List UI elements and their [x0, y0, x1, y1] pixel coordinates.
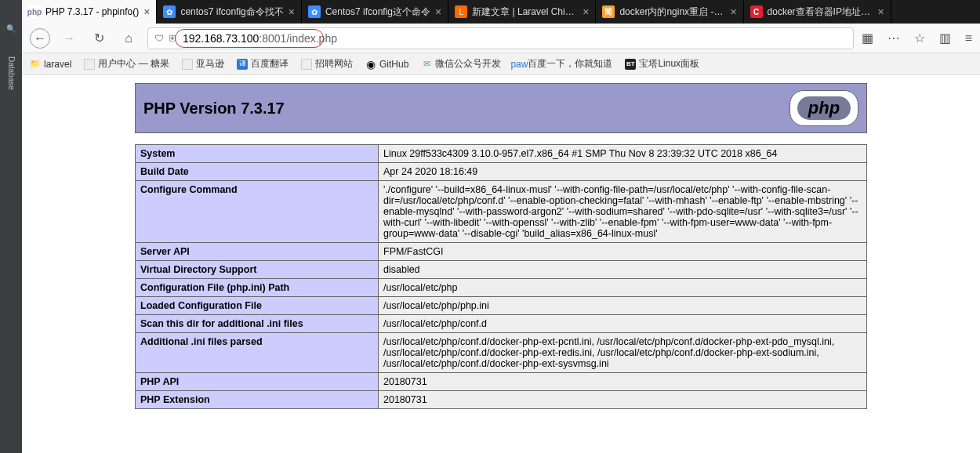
insecure-icon[interactable]: ⛨: [169, 33, 178, 44]
tab-title: 新建文章 | Laravel China社: [472, 5, 578, 19]
table-row: Configuration File (php.ini) Path/usr/lo…: [136, 279, 867, 297]
bookmark-label: GitHub: [379, 59, 408, 70]
close-icon[interactable]: ×: [583, 5, 589, 18]
qr-icon[interactable]: ▦: [862, 31, 873, 45]
table-row: SystemLinux 29ff533c4309 3.10.0-957.el7.…: [136, 145, 867, 163]
table-row: PHP API20180731: [136, 373, 867, 391]
url-input[interactable]: 🛡 ⛨ 192.168.73.100:8001/index.php: [147, 27, 854, 49]
bookmark-bt[interactable]: BT宝塔Linux面板: [625, 57, 699, 71]
bookmark-label: 宝塔Linux面板: [639, 57, 699, 71]
star-icon[interactable]: ☆: [914, 31, 925, 45]
php-key: Additional .ini files parsed: [136, 333, 379, 373]
tab-jianshu[interactable]: 简 docker内的nginx重启 - 简 ×: [596, 0, 743, 24]
close-icon[interactable]: ×: [730, 5, 736, 18]
php-value: 20180731: [379, 373, 867, 391]
toolbar-right: ▦ ⋯ ☆ ▥ ≡: [862, 31, 972, 45]
phpinfo-table: SystemLinux 29ff533c4309 3.10.0-957.el7.…: [135, 144, 867, 409]
site-icon: C: [750, 5, 763, 18]
php-value: /usr/local/etc/php/conf.d: [379, 315, 867, 333]
table-row: Build DateApr 24 2020 18:16:49: [136, 163, 867, 181]
folder-icon: 📁: [30, 59, 41, 70]
phpinfo-container: PHP Version 7.3.17 php SystemLinux 29ff5…: [135, 83, 867, 409]
bookmark-label: 招聘网站: [315, 57, 353, 71]
bookmark-label: 亚马逊: [196, 57, 224, 71]
table-row: Loaded Configuration File/usr/local/etc/…: [136, 297, 867, 315]
close-icon[interactable]: ×: [289, 5, 295, 18]
url-text: 192.168.73.100:8001/index.php: [183, 32, 337, 45]
nav-toolbar: ← → ↻ ⌂ 🛡 ⛨ 192.168.73.100:8001/index.ph…: [22, 24, 980, 53]
php-key: Build Date: [136, 163, 379, 181]
table-row: Configure Command'./configure' '--build=…: [136, 181, 867, 243]
search-icon[interactable]: 🔍: [7, 24, 16, 33]
bookmarks-bar: 📁laravel 用户中心 — 糖果 亚马逊 译百度翻译 招聘网站 ◉GitHu…: [22, 53, 980, 75]
php-value: Apr 24 2020 18:16:49: [379, 163, 867, 181]
browser-window: php PHP 7.3.17 - phpinfo() × ✿ centos7 i…: [22, 0, 980, 453]
php-key: PHP Extension: [136, 391, 379, 409]
php-key: Server API: [136, 243, 379, 261]
reload-button[interactable]: ↻: [88, 27, 110, 49]
bookmark-jobs[interactable]: 招聘网站: [301, 57, 353, 71]
tab-laravel-china[interactable]: L 新建文章 | Laravel China社 ×: [448, 0, 596, 24]
php-key: Scan this dir for additional .ini files: [136, 315, 379, 333]
site-icon: [301, 59, 312, 70]
tab-title: docker查看容器IP地址_运: [768, 5, 873, 19]
bookmark-wechat-dev[interactable]: ✉微信公众号开发: [421, 57, 501, 71]
ide-sidebar: 🔍 Database: [0, 0, 22, 453]
bookmark-github[interactable]: ◉GitHub: [365, 59, 408, 70]
site-icon: 简: [602, 5, 615, 18]
site-icon: ✿: [163, 5, 176, 18]
bookmark-label: 用户中心 — 糖果: [98, 57, 169, 71]
php-value: 20180731: [379, 391, 867, 409]
library-icon[interactable]: ▥: [939, 31, 951, 45]
back-button[interactable]: ←: [30, 28, 50, 49]
php-icon: php: [28, 5, 41, 18]
table-row: Virtual Directory Supportdisabled: [136, 261, 867, 279]
php-value: /usr/local/etc/php/php.ini: [379, 297, 867, 315]
php-value: './configure' '--build=x86_64-linux-musl…: [379, 181, 867, 243]
close-icon[interactable]: ×: [435, 5, 441, 18]
bookmark-label: 微信公众号开发: [435, 57, 501, 71]
php-key: Virtual Directory Support: [136, 261, 379, 279]
home-button[interactable]: ⌂: [118, 27, 140, 49]
tab-title: docker内的nginx重启 - 简: [619, 5, 725, 19]
tab-centos-ifconfig-1[interactable]: ✿ centos7 ifconfig命令找不 ×: [157, 0, 302, 24]
php-value: /usr/local/etc/php: [379, 279, 867, 297]
close-icon[interactable]: ×: [143, 5, 150, 18]
more-icon[interactable]: ⋯: [887, 31, 900, 45]
bookmark-baidu[interactable]: paw百度一下，你就知道: [514, 57, 612, 71]
wechat-icon: ✉: [421, 59, 432, 70]
bt-icon: BT: [625, 59, 636, 70]
php-key: System: [136, 145, 379, 163]
page-content: PHP Version 7.3.17 php SystemLinux 29ff5…: [22, 75, 980, 453]
forward-button: →: [58, 27, 80, 49]
database-panel-label[interactable]: Database: [7, 56, 16, 90]
php-version-title: PHP Version 7.3.17: [143, 100, 285, 118]
bookmark-label: 百度一下，你就知道: [528, 57, 612, 71]
bookmark-baidu-translate[interactable]: 译百度翻译: [237, 57, 289, 71]
tab-csdn[interactable]: C docker查看容器IP地址_运 ×: [744, 0, 891, 24]
phpinfo-header: PHP Version 7.3.17 php: [135, 83, 867, 133]
php-value: disabled: [379, 261, 867, 279]
bookmark-label: laravel: [44, 59, 71, 70]
bookmark-amazon[interactable]: 亚马逊: [182, 57, 224, 71]
close-icon[interactable]: ×: [878, 5, 884, 18]
php-logo-text: php: [797, 96, 851, 120]
tab-title: Centos7 ifconfig这个命令: [325, 5, 430, 19]
bookmark-usercenter[interactable]: 用户中心 — 糖果: [84, 57, 169, 71]
table-row: PHP Extension20180731: [136, 391, 867, 409]
shield-icon[interactable]: 🛡: [154, 33, 164, 44]
bookmark-laravel[interactable]: 📁laravel: [30, 59, 71, 70]
tab-phpinfo[interactable]: php PHP 7.3.17 - phpinfo() ×: [22, 0, 157, 24]
github-icon: ◉: [365, 59, 376, 70]
php-value: /usr/local/etc/php/conf.d/docker-php-ext…: [379, 333, 867, 373]
php-key: Loaded Configuration File: [136, 297, 379, 315]
php-value: FPM/FastCGI: [379, 243, 867, 261]
tab-centos-ifconfig-2[interactable]: ✿ Centos7 ifconfig这个命令 ×: [302, 0, 448, 24]
site-icon: 译: [237, 59, 248, 70]
tab-title: PHP 7.3.17 - phpinfo(): [45, 6, 139, 17]
site-icon: ✿: [308, 5, 321, 18]
bookmark-label: 百度翻译: [251, 57, 289, 71]
site-icon: [182, 59, 193, 70]
php-logo: php: [789, 90, 858, 126]
menu-icon[interactable]: ≡: [965, 31, 972, 45]
